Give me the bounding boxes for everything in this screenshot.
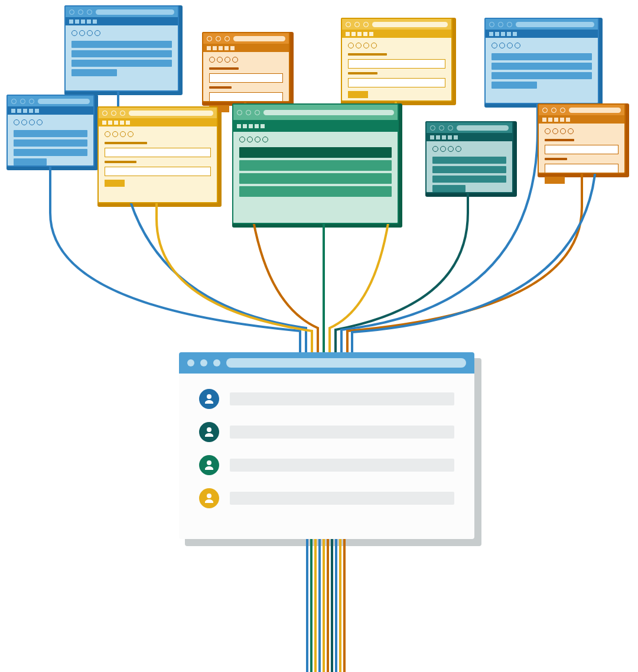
window-control-icon [69,9,74,15]
source-window [341,18,453,102]
window-control-icon [542,108,548,113]
window-control-icon [120,111,125,116]
window-control-icon [507,22,512,27]
tab-strip [66,17,178,25]
title-bar [66,7,178,17]
contact-row [199,455,454,475]
window-control-icon [200,359,207,366]
address-bar [457,125,509,131]
title-bar [203,33,289,44]
avatar-icon [199,455,219,475]
window-control-icon [237,110,242,115]
tab-strip [99,118,217,126]
avatar-icon [199,422,219,442]
source-window [64,5,179,92]
window-control-icon [11,99,17,104]
address-bar [372,22,448,27]
window-control-icon [363,22,369,27]
window-control-icon [78,9,83,15]
source-window [97,106,218,203]
contact-placeholder-line [230,392,454,405]
avatar-icon [199,488,219,508]
address-bar [38,99,90,104]
contact-placeholder-line [230,492,454,505]
tab-strip [8,106,93,115]
tab-strip [203,44,289,52]
aggregation-diagram: { "description": "Illustration: many sou… [0,0,638,672]
address-bar [263,110,394,115]
source-window [6,95,95,167]
window-control-icon [255,110,260,115]
title-bar [8,96,93,106]
window-control-icon [207,36,212,41]
window-control-icon [354,22,360,27]
source-window [484,18,599,104]
address-bar [129,111,213,116]
source-window [232,103,399,224]
window-control-icon [216,36,221,41]
destination-window [179,352,474,539]
window-control-icon [346,22,351,27]
title-bar [427,122,512,133]
tab-strip [539,115,624,124]
tab-strip [233,120,398,132]
source-window [425,121,513,193]
address-bar [233,36,285,41]
title-bar [99,108,217,118]
window-control-icon [439,125,444,131]
address-bar [516,22,594,27]
source-window [538,103,626,174]
window-control-icon [213,359,220,366]
avatar-icon [199,389,219,409]
window-control-icon [20,99,25,104]
contact-row [199,488,454,508]
tab-strip [486,30,598,38]
window-control-icon [87,9,92,15]
title-bar [486,19,598,30]
window-control-icon [551,108,556,113]
contact-row [199,389,454,409]
contact-placeholder-line [230,459,454,472]
title-bar [233,105,398,120]
window-control-icon [187,359,194,366]
window-control-icon [430,125,435,131]
tab-strip [427,133,512,141]
window-control-icon [448,125,453,131]
contact-placeholder-line [230,426,454,439]
window-control-icon [489,22,494,27]
tab-strip [342,30,451,38]
window-control-icon [560,108,565,113]
window-control-icon [224,36,230,41]
window-control-icon [102,111,108,116]
contact-list [179,374,474,524]
window-control-icon [246,110,251,115]
window-control-icon [498,22,503,27]
address-bar [569,108,621,113]
address-bar [96,9,174,15]
contact-row [199,422,454,442]
address-bar [226,358,466,368]
window-control-icon [29,99,34,104]
title-bar [179,352,474,374]
window-control-icon [111,111,116,116]
source-window [202,32,290,102]
title-bar [342,19,451,30]
title-bar [539,105,624,115]
